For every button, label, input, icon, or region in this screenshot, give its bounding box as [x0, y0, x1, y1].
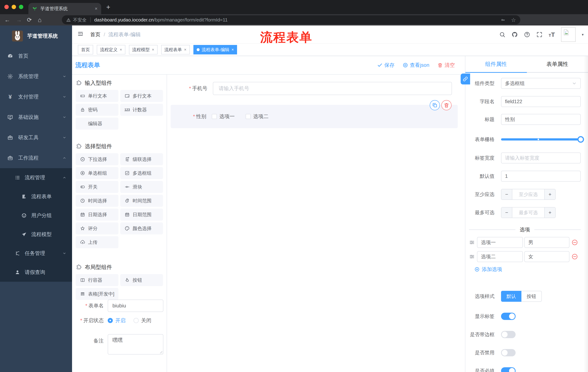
gender-field-row-selected[interactable]: *性别 选项一选项二: [171, 105, 458, 128]
palette-item-按钮[interactable]: 按钮: [120, 274, 163, 286]
palette-item-滑块[interactable]: 滑块: [120, 181, 163, 193]
palette-item-表格[开发中][interactable]: 表格[开发中]: [76, 288, 118, 300]
default-value-input[interactable]: 1: [501, 171, 581, 182]
tag-close-icon[interactable]: ×: [184, 47, 187, 52]
view-tag-5[interactable]: 流程表单-编辑 ×: [193, 45, 237, 54]
stepper-plus-button[interactable]: +: [544, 207, 555, 218]
palette-item-颜色选择[interactable]: 颜色选择: [120, 223, 163, 234]
status-on-radio[interactable]: [108, 318, 113, 323]
forward-button[interactable]: →: [16, 14, 22, 25]
style-default-button[interactable]: 默认: [501, 291, 521, 302]
max-select-input[interactable]: 最多可选: [512, 207, 544, 218]
stepper-plus-button[interactable]: +: [544, 189, 555, 200]
option-value-input[interactable]: 男: [524, 237, 569, 248]
form-name-input[interactable]: biubiu: [108, 299, 163, 312]
fontsize-icon[interactable]: TT: [549, 32, 555, 38]
stepper-minus-button[interactable]: −: [501, 207, 512, 218]
sidebar-item-2[interactable]: 系统管理: [0, 66, 72, 87]
status-on-label[interactable]: 开启: [115, 317, 126, 324]
link-tag-button[interactable]: [461, 74, 470, 85]
browser-tab[interactable]: 芋道管理系统 ×: [28, 3, 101, 14]
add-option-button[interactable]: 添加选项: [474, 266, 502, 273]
palette-item-多选框组[interactable]: 多选框组: [120, 167, 163, 179]
view-tag-3[interactable]: 流程模型 ×: [129, 45, 158, 54]
status-off-label[interactable]: 关闭: [141, 317, 151, 324]
sidebar-item-6[interactable]: 工作流程: [0, 148, 72, 168]
sidebar-item-5[interactable]: 研发工具: [0, 128, 72, 148]
remove-option-button[interactable]: [572, 239, 578, 245]
title-input[interactable]: 性别: [501, 114, 581, 125]
tab-close-icon[interactable]: ×: [95, 6, 97, 11]
url-field[interactable]: 不安全 dashboard.yudao.iocoder.cn/bpm/manag…: [62, 15, 520, 24]
phone-field-row[interactable]: *手机号 请输入手机号: [167, 82, 465, 95]
palette-item-评分[interactable]: 评分: [76, 223, 118, 234]
sidebar-subitem-2[interactable]: 流程表单: [0, 187, 72, 206]
option-name-input[interactable]: 选项一: [477, 237, 523, 248]
back-button[interactable]: ←: [4, 14, 10, 25]
tab-component-props[interactable]: 组件属性: [465, 56, 527, 72]
palette-item-编辑器[interactable]: 编辑器: [76, 117, 118, 130]
breadcrumb-home[interactable]: 首页: [90, 31, 100, 38]
gender-option-1[interactable]: 选项一: [212, 113, 235, 120]
home-button[interactable]: ⌂: [38, 14, 42, 25]
tag-close-icon[interactable]: ×: [231, 47, 234, 52]
traffic-minimize-button[interactable]: [12, 5, 16, 9]
view-tag-1[interactable]: 首页: [78, 45, 93, 54]
key-icon[interactable]: [501, 18, 505, 22]
phone-field-input[interactable]: 请输入手机号: [213, 82, 452, 95]
duplicate-field-button[interactable]: [430, 100, 440, 110]
view-tag-4[interactable]: 流程表单 ×: [161, 45, 190, 54]
view-tag-2[interactable]: 流程定义 ×: [97, 45, 125, 54]
palette-item-时间范围[interactable]: 时间范围: [120, 195, 163, 207]
palette-item-单行文本[interactable]: 单行文本: [76, 90, 118, 102]
sidebar-subitem-6[interactable]: 请假查询: [0, 263, 72, 282]
drag-handle-icon[interactable]: [469, 240, 475, 245]
option-name-input[interactable]: 选项二: [477, 251, 523, 262]
avatar[interactable]: [561, 27, 576, 42]
palette-item-级联选择[interactable]: 级联选择: [120, 153, 163, 165]
palette-item-多行文本[interactable]: 多行文本: [120, 90, 163, 102]
palette-item-单选框组[interactable]: 单选框组: [76, 167, 118, 179]
reload-button[interactable]: ⟳: [27, 14, 32, 25]
tag-close-icon[interactable]: ×: [152, 47, 154, 52]
palette-item-开关[interactable]: 开关: [76, 181, 118, 193]
palette-item-行容器[interactable]: 行容器: [76, 274, 118, 286]
remove-option-button[interactable]: [572, 254, 578, 260]
clear-button[interactable]: 清空: [437, 62, 455, 69]
sidebar-subitem-5[interactable]: 任务管理: [0, 244, 72, 263]
palette-item-密码[interactable]: 密码: [76, 104, 118, 116]
sidebar-subitem-4[interactable]: 流程模型: [0, 225, 72, 244]
style-button-button[interactable]: 按钮: [521, 291, 542, 302]
sidebar-subitem-1[interactable]: 流程管理: [0, 168, 72, 187]
toggle-是否必填[interactable]: [501, 367, 515, 372]
help-icon[interactable]: [524, 32, 530, 38]
hamburger-icon[interactable]: [77, 31, 83, 37]
toggle-是否带边框[interactable]: [501, 331, 515, 338]
sidebar-item-4[interactable]: 基础设施: [0, 107, 72, 128]
tag-close-icon[interactable]: ×: [120, 47, 122, 52]
option-value-input[interactable]: 女: [524, 251, 569, 262]
tab-form-props[interactable]: 表单属性: [527, 56, 588, 72]
palette-item-时间选择[interactable]: 时间选择: [76, 195, 118, 207]
field-name-input[interactable]: field122: [501, 96, 581, 107]
checkbox[interactable]: [246, 114, 251, 119]
palette-item-下拉选择[interactable]: 下拉选择: [76, 153, 118, 165]
sidebar-item-3[interactable]: ¥ 支付管理: [0, 87, 72, 107]
github-icon[interactable]: [512, 32, 518, 38]
toggle-显示标签[interactable]: [501, 313, 515, 320]
save-button[interactable]: 保存: [377, 62, 395, 69]
search-icon[interactable]: [499, 32, 505, 38]
label-width-input[interactable]: 请输入标签宽度: [501, 152, 581, 163]
fullscreen-icon[interactable]: [536, 32, 543, 38]
component-type-select[interactable]: 多选框组: [501, 78, 581, 89]
new-tab-button[interactable]: +: [106, 4, 110, 11]
palette-item-日期选择[interactable]: 日期选择: [76, 209, 118, 221]
checkbox[interactable]: [212, 114, 217, 119]
form-remark-textarea[interactable]: 嘿嘿: [108, 334, 163, 354]
avatar-caret-icon[interactable]: ▾: [582, 32, 584, 37]
palette-item-上传[interactable]: 上传: [76, 236, 118, 248]
status-off-radio[interactable]: [134, 318, 139, 323]
drag-handle-icon[interactable]: [469, 254, 475, 260]
bookmark-star-icon[interactable]: ☆: [511, 17, 516, 23]
slider-handle[interactable]: [578, 136, 584, 143]
